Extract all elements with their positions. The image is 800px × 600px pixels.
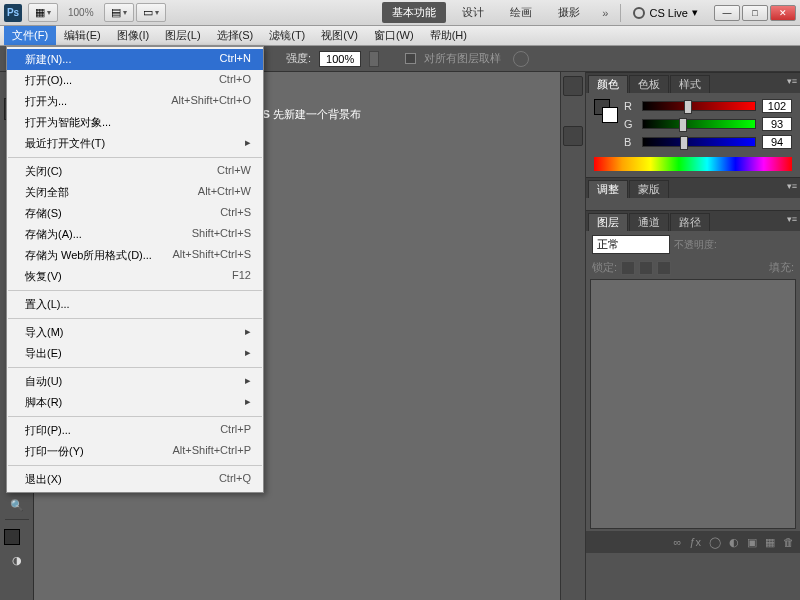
tab-masks[interactable]: 蒙版: [629, 180, 669, 198]
menu-layer[interactable]: 图层(L): [157, 26, 208, 45]
panels-column: 颜色 色板 样式 ▾≡ R G: [586, 72, 800, 600]
file-menu-item[interactable]: 恢复(V)F12: [7, 266, 263, 287]
lock-all-icon[interactable]: [657, 261, 671, 275]
zoom-value[interactable]: 100%: [64, 7, 98, 18]
app-logo: Ps: [4, 4, 22, 22]
menu-image[interactable]: 图像(I): [109, 26, 157, 45]
cs-live-label: CS Live: [649, 7, 688, 19]
tab-layers[interactable]: 图层: [588, 213, 628, 231]
window-close-button[interactable]: ✕: [770, 5, 796, 21]
file-menu-item[interactable]: 打开(O)...Ctrl+O: [7, 70, 263, 91]
workspace-design[interactable]: 设计: [452, 2, 494, 23]
file-menu-item[interactable]: 关闭(C)Ctrl+W: [7, 161, 263, 182]
sample-all-checkbox[interactable]: [405, 53, 416, 64]
menu-select[interactable]: 选择(S): [209, 26, 262, 45]
layers-panel: 图层 通道 路径 ▾≡ 正常 不透明度: 锁定: 填充:: [586, 210, 800, 600]
file-menu-item[interactable]: 自动(U)▸: [7, 371, 263, 392]
file-menu-item[interactable]: 存储为(A)...Shift+Ctrl+S: [7, 224, 263, 245]
file-menu-item[interactable]: 存储(S)Ctrl+S: [7, 203, 263, 224]
menu-filter[interactable]: 滤镜(T): [261, 26, 313, 45]
menu-window[interactable]: 窗口(W): [366, 26, 422, 45]
file-menu-item[interactable]: 打印一份(Y)Alt+Shift+Ctrl+P: [7, 441, 263, 462]
menu-edit[interactable]: 编辑(E): [56, 26, 109, 45]
layer-style-icon[interactable]: ƒx: [689, 536, 701, 548]
file-menu-item[interactable]: 导入(M)▸: [7, 322, 263, 343]
menu-file[interactable]: 文件(F): [4, 26, 56, 45]
tab-channels[interactable]: 通道: [629, 213, 669, 231]
collapsed-dock: [560, 72, 586, 600]
cs-live-icon: [633, 7, 645, 19]
color-panel: 颜色 色板 样式 ▾≡ R G: [586, 72, 800, 177]
file-menu-dropdown: 新建(N)...Ctrl+N打开(O)...Ctrl+O打开为...Alt+Sh…: [6, 46, 264, 493]
channel-b-label: B: [624, 136, 636, 148]
slider-g[interactable]: [642, 119, 756, 129]
panel-menu-icon[interactable]: ▾≡: [787, 181, 797, 191]
channel-r-label: R: [624, 100, 636, 112]
arrange-docs-button[interactable]: ▤▾: [104, 3, 134, 22]
tab-color[interactable]: 颜色: [588, 75, 628, 93]
window-minimize-button[interactable]: —: [714, 5, 740, 21]
tab-styles[interactable]: 样式: [670, 75, 710, 93]
fg-bg-swatches[interactable]: [594, 99, 618, 123]
window-maximize-button[interactable]: □: [742, 5, 768, 21]
strength-field[interactable]: 100%: [319, 51, 361, 67]
menu-bar: 文件(F) 编辑(E) 图像(I) 图层(L) 选择(S) 滤镜(T) 视图(V…: [0, 26, 800, 46]
workspace-photography[interactable]: 摄影: [548, 2, 590, 23]
file-menu-item[interactable]: 退出(X)Ctrl+Q: [7, 469, 263, 490]
menu-view[interactable]: 视图(V): [313, 26, 366, 45]
foreground-swatch[interactable]: [4, 529, 20, 545]
workspace-painting[interactable]: 绘画: [500, 2, 542, 23]
file-menu-item[interactable]: 打印(P)...Ctrl+P: [7, 420, 263, 441]
panel-menu-icon[interactable]: ▾≡: [787, 214, 797, 224]
slider-r[interactable]: [642, 101, 756, 111]
history-icon[interactable]: [563, 126, 583, 146]
layer-mask-icon[interactable]: ◯: [709, 536, 721, 549]
layers-list[interactable]: [590, 279, 796, 529]
strength-stepper[interactable]: [369, 51, 379, 67]
file-menu-item[interactable]: 最近打开文件(T)▸: [7, 133, 263, 154]
mini-bridge-icon[interactable]: [563, 76, 583, 96]
file-menu-item[interactable]: 脚本(R)▸: [7, 392, 263, 413]
more-workspaces[interactable]: »: [596, 7, 614, 19]
tab-paths[interactable]: 路径: [670, 213, 710, 231]
workspace-essentials[interactable]: 基本功能: [382, 2, 446, 23]
tablet-pressure-icon[interactable]: [513, 51, 529, 67]
sample-all-label: 对所有图层取样: [424, 51, 501, 66]
fill-label: 填充:: [769, 260, 794, 275]
grid-icon: ▤: [111, 6, 121, 19]
app-bar: Ps ▦▾ 100% ▤▾ ▭▾ 基本功能 设计 绘画 摄影 » CS Live…: [0, 0, 800, 26]
delete-layer-icon[interactable]: 🗑: [783, 536, 794, 548]
file-menu-item[interactable]: 新建(N)...Ctrl+N: [7, 49, 263, 70]
file-menu-item[interactable]: 存储为 Web所用格式(D)...Alt+Shift+Ctrl+S: [7, 245, 263, 266]
file-menu-item[interactable]: 导出(E)▸: [7, 343, 263, 364]
opacity-label: 不透明度:: [674, 238, 717, 252]
menu-help[interactable]: 帮助(H): [422, 26, 475, 45]
hue-strip[interactable]: [594, 157, 792, 171]
lock-position-icon[interactable]: [639, 261, 653, 275]
group-icon[interactable]: ▣: [747, 536, 757, 549]
value-b[interactable]: [762, 135, 792, 149]
blend-mode-select[interactable]: 正常: [592, 235, 670, 254]
lock-pixels-icon[interactable]: [621, 261, 635, 275]
quick-mask-button[interactable]: ◑: [4, 549, 30, 571]
adjustments-panel: 调整 蒙版 ▾≡: [586, 177, 800, 210]
cs-live-button[interactable]: CS Live ▾: [627, 6, 704, 19]
chevron-down-icon: ▾: [692, 6, 698, 19]
file-menu-item[interactable]: 置入(L)...: [7, 294, 263, 315]
value-g[interactable]: [762, 117, 792, 131]
file-menu-item[interactable]: 打开为智能对象...: [7, 112, 263, 133]
value-r[interactable]: [762, 99, 792, 113]
file-menu-item[interactable]: 打开为...Alt+Shift+Ctrl+O: [7, 91, 263, 112]
strength-label: 强度:: [286, 51, 311, 66]
tool-zoom[interactable]: 🔍: [4, 494, 30, 516]
tab-swatches[interactable]: 色板: [629, 75, 669, 93]
link-layers-icon[interactable]: ∞: [674, 536, 682, 548]
screen-mode-button[interactable]: ▭▾: [136, 3, 166, 22]
new-layer-icon[interactable]: ▦: [765, 536, 775, 549]
launch-bridge-button[interactable]: ▦▾: [28, 3, 58, 22]
slider-b[interactable]: [642, 137, 756, 147]
tab-adjustments[interactable]: 调整: [588, 180, 628, 198]
panel-menu-icon[interactable]: ▾≡: [787, 76, 797, 86]
file-menu-item[interactable]: 关闭全部Alt+Ctrl+W: [7, 182, 263, 203]
adjustment-layer-icon[interactable]: ◐: [729, 536, 739, 549]
